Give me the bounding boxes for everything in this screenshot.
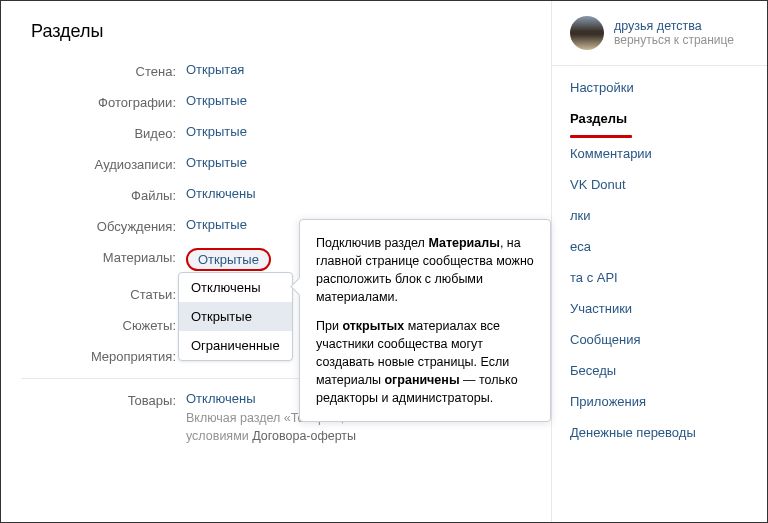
materials-value[interactable]: Открытые Отключены Открытые Ограниченные — [186, 248, 271, 271]
audio-label: Аудиозаписи: — [21, 155, 186, 172]
materials-dropdown: Отключены Открытые Ограниченные — [178, 272, 293, 361]
community-name: друзья детства — [614, 19, 734, 33]
community-avatar — [570, 16, 604, 50]
nav-item[interactable]: та с API — [552, 262, 767, 293]
settings-nav: Настройки Разделы Комментарии VK Donut л… — [552, 65, 767, 448]
wall-value[interactable]: Открытая — [186, 62, 244, 77]
nav-sections[interactable]: Разделы — [552, 103, 767, 134]
nav-members[interactable]: Участники — [552, 293, 767, 324]
page-title: Разделы — [1, 21, 551, 62]
back-link[interactable]: вернуться к странице — [614, 33, 734, 47]
nav-money[interactable]: Денежные переводы — [552, 417, 767, 448]
stories-label: Сюжеты: — [21, 316, 186, 333]
dropdown-option[interactable]: Отключены — [179, 273, 292, 302]
nav-messages[interactable]: Сообщения — [552, 324, 767, 355]
dropdown-option[interactable]: Ограниченные — [179, 331, 292, 360]
events-label: Мероприятия: — [21, 347, 186, 364]
photos-value[interactable]: Открытые — [186, 93, 247, 108]
nav-donut[interactable]: VK Donut — [552, 169, 767, 200]
files-value[interactable]: Отключены — [186, 186, 255, 201]
materials-label: Материалы: — [21, 248, 186, 265]
discussions-value[interactable]: Открытые — [186, 217, 247, 232]
nav-chats[interactable]: Беседы — [552, 355, 767, 386]
files-label: Файлы: — [21, 186, 186, 203]
nav-comments[interactable]: Комментарии — [552, 138, 767, 169]
wall-label: Стена: — [21, 62, 186, 79]
audio-value[interactable]: Открытые — [186, 155, 247, 170]
offer-link[interactable]: Договора-оферты — [252, 429, 356, 443]
materials-tooltip: Подключив раздел Материалы, на главной с… — [299, 219, 551, 422]
market-label: Товары: — [21, 391, 186, 408]
dropdown-option[interactable]: Открытые — [179, 302, 292, 331]
photos-label: Фотографии: — [21, 93, 186, 110]
video-value[interactable]: Открытые — [186, 124, 247, 139]
nav-apps[interactable]: Приложения — [552, 386, 767, 417]
nav-item[interactable]: лки — [552, 200, 767, 231]
video-label: Видео: — [21, 124, 186, 141]
nav-item[interactable]: еса — [552, 231, 767, 262]
discussions-label: Обсуждения: — [21, 217, 186, 234]
nav-settings[interactable]: Настройки — [552, 72, 767, 103]
materials-current[interactable]: Открытые — [186, 248, 271, 271]
community-header[interactable]: друзья детства вернуться к странице — [552, 16, 767, 65]
articles-label: Статьи: — [21, 285, 186, 302]
